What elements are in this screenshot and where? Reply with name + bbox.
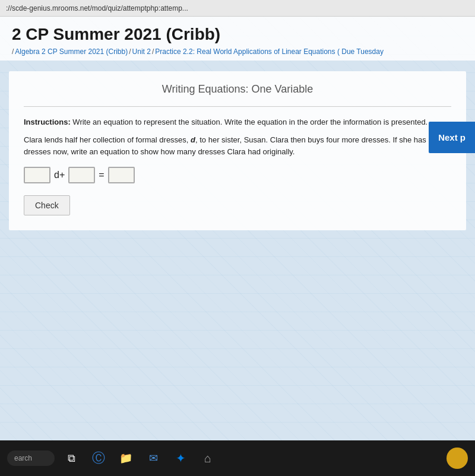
next-page-button[interactable]: Next p: [429, 122, 475, 153]
dropbox-icon: ✦: [176, 451, 186, 465]
search-label: earch: [14, 454, 32, 462]
task-view-icon: ⧉: [68, 452, 75, 465]
variable-d: d: [191, 135, 195, 144]
equation-symbol-equals: =: [97, 170, 105, 180]
equation-input-1[interactable]: [24, 167, 50, 183]
taskbar-search-area[interactable]: earch: [7, 450, 55, 466]
divider: [24, 106, 451, 107]
breadcrumb-link-unit[interactable]: Unit 2: [132, 47, 151, 56]
breadcrumb-link-practice[interactable]: Practice 2.2: Real World Applications of…: [155, 47, 384, 56]
equation-symbol-d-plus: d+: [53, 170, 66, 180]
quiz-section-title: Writing Equations: One Variable: [24, 83, 451, 96]
breadcrumb-separator-2: /: [129, 47, 131, 56]
instructions-label: Instructions:: [24, 118, 71, 126]
app6-icon: ⌂: [204, 452, 211, 465]
equation-row: d+ =: [24, 167, 451, 183]
breadcrumb-separator-3: /: [152, 47, 154, 56]
quiz-card: Writing Equations: One Variable Instruct…: [9, 71, 466, 230]
problem-text: Clara lends half her collection of forma…: [24, 134, 451, 159]
instructions-body: Write an equation to represent the situa…: [72, 118, 428, 126]
page-title-section: 2 CP Summer 2021 (Cribb) / Algebra 2 CP …: [0, 17, 475, 61]
equation-input-3[interactable]: [108, 167, 135, 183]
taskbar: earch ⧉ Ⓒ 📁 ✉ ✦ ⌂: [0, 440, 475, 476]
taskbar-icon-dropbox[interactable]: ✦: [170, 448, 191, 469]
mail-icon: ✉: [149, 452, 158, 465]
check-button[interactable]: Check: [24, 195, 70, 215]
content-wrapper: 2 CP Summer 2021 (Cribb) / Algebra 2 CP …: [0, 17, 475, 230]
breadcrumb: / Algebra 2 CP Summer 2021 (Cribb) / Uni…: [12, 47, 463, 56]
file-explorer-icon: 📁: [119, 452, 132, 465]
url-bar: ://scde-genius.mrooms.net/mod/quiz/attem…: [0, 0, 475, 17]
instructions-text: Instructions: Write an equation to repre…: [24, 116, 451, 128]
taskbar-clock-circle: [446, 448, 468, 469]
taskbar-icon-edge[interactable]: Ⓒ: [88, 448, 109, 469]
taskbar-icon-task-view[interactable]: ⧉: [61, 448, 82, 469]
page-title: 2 CP Summer 2021 (Cribb): [12, 25, 463, 44]
url-text: ://scde-genius.mrooms.net/mod/quiz/attem…: [6, 4, 188, 12]
taskbar-icon-mail[interactable]: ✉: [142, 448, 164, 469]
edge-icon: Ⓒ: [92, 449, 105, 467]
taskbar-icon-app6[interactable]: ⌂: [197, 448, 218, 469]
breadcrumb-link-course[interactable]: Algebra 2 CP Summer 2021 (Cribb): [15, 47, 128, 56]
main-content: 2 CP Summer 2021 (Cribb) / Algebra 2 CP …: [0, 17, 475, 440]
breadcrumb-separator-1: /: [12, 47, 14, 56]
equation-input-2[interactable]: [68, 167, 95, 183]
taskbar-icon-file-explorer[interactable]: 📁: [115, 448, 137, 469]
